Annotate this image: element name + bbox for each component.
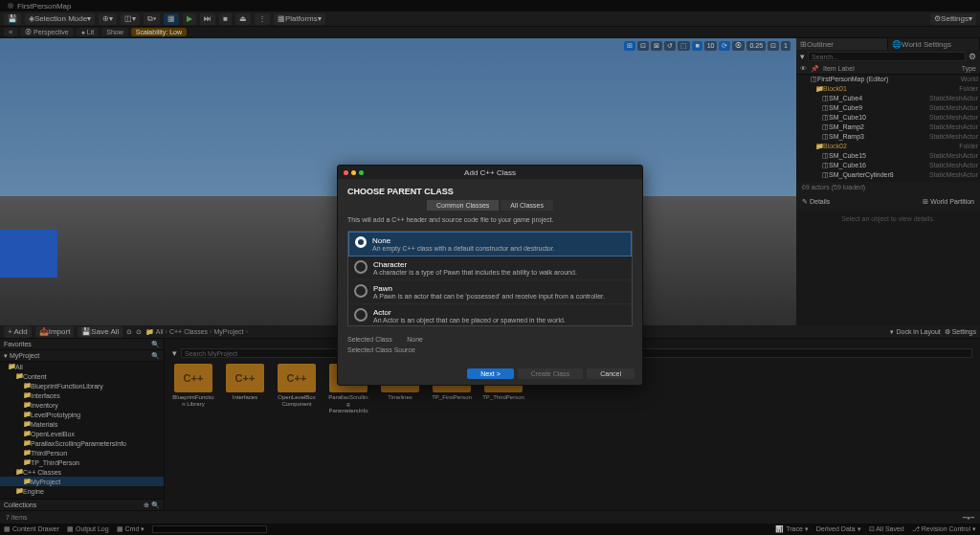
tab-all-classes[interactable]: All Classes	[501, 200, 553, 211]
parent-class-option[interactable]: PawnA Pawn is an actor that can be 'poss…	[348, 280, 632, 304]
modal-desc: This will add a C++ header and source co…	[347, 216, 633, 223]
tab-common-classes[interactable]: Common Classes	[427, 200, 499, 211]
parent-class-option[interactable]: NoneAn empty C++ class with a default co…	[348, 232, 632, 256]
parent-class-option[interactable]: CharacterA character is a type of Pawn t…	[348, 256, 632, 280]
create-class-button: Create Class	[518, 368, 583, 379]
selected-class-value: None	[407, 336, 423, 343]
class-list: NoneAn empty C++ class with a default co…	[347, 231, 633, 326]
modal-heading: CHOOSE PARENT CLASS	[347, 187, 633, 196]
modal-title: Add C++ Class	[464, 168, 516, 177]
selected-class-label: Selected Class	[347, 336, 392, 343]
parent-class-option[interactable]: ActorAn Actor is an object that can be p…	[348, 304, 632, 326]
zoom-icon[interactable]	[359, 170, 364, 175]
next-button[interactable]: Next >	[467, 368, 513, 379]
selected-class-source-label: Selected Class Source	[347, 346, 415, 353]
minimize-icon[interactable]	[351, 170, 356, 175]
add-cpp-class-dialog: Add C++ Class CHOOSE PARENT CLASS Common…	[337, 165, 643, 386]
cancel-button[interactable]: Cancel	[587, 368, 635, 379]
modal-overlay: Add C++ Class CHOOSE PARENT CLASS Common…	[0, 0, 980, 535]
close-icon[interactable]	[344, 170, 348, 175]
